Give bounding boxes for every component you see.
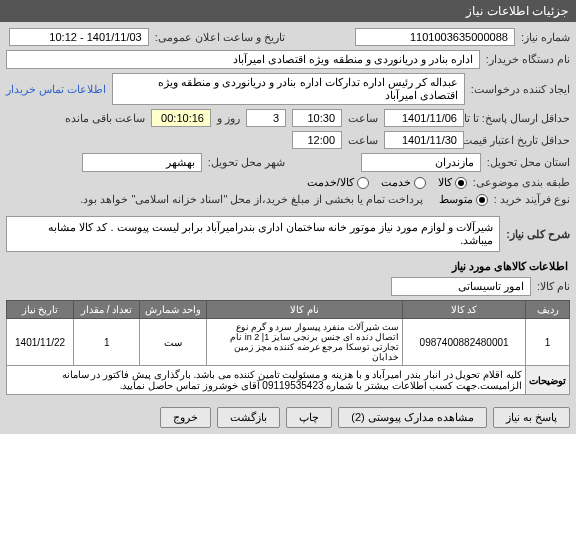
- need-number-label: شماره نیاز:: [521, 31, 570, 44]
- days-label: روز و: [217, 112, 240, 125]
- radio-goods[interactable]: کالا: [438, 176, 467, 189]
- desc-label: توضیحات: [526, 366, 570, 395]
- goods-info-title: اطلاعات کالاهای مورد نیاز: [6, 256, 570, 277]
- cell-code: 0987400882480001: [403, 319, 526, 366]
- response-date: 1401/11/06: [384, 109, 464, 127]
- back-button[interactable]: بازگشت: [217, 407, 280, 428]
- radio-icon: [414, 177, 426, 189]
- th-row: ردیف: [526, 301, 570, 319]
- city-label: شهر محل تحویل:: [208, 156, 285, 169]
- purchase-note: پرداخت تمام یا بخشی از مبلغ خرید،از محل …: [80, 193, 423, 206]
- classification-label: طبقه بندی موضوعی:: [473, 176, 570, 189]
- table-header-row: ردیف کد کالا نام کالا واحد شمارش تعداد /…: [7, 301, 570, 319]
- cell-unit: ست: [140, 319, 207, 366]
- exit-button[interactable]: خروج: [160, 407, 211, 428]
- radio-goods-service[interactable]: کالا/خدمت: [307, 176, 369, 189]
- public-announce-value: 1401/11/03 - 10:12: [9, 28, 149, 46]
- validity-time-label: ساعت: [348, 134, 378, 147]
- cell-name: ست شیرآلات منفرد پیسوار سرد و گرم نوع ات…: [206, 319, 402, 366]
- button-bar: پاسخ به نیاز مشاهده مدارک پیوستی (2) چاپ…: [0, 401, 576, 434]
- print-button[interactable]: چاپ: [286, 407, 332, 428]
- province-label: استان محل تحویل:: [487, 156, 570, 169]
- requester-value: عبداله کر رئیس اداره تدارکات اداره بنادر…: [112, 73, 465, 105]
- response-time-label: ساعت: [348, 112, 378, 125]
- cell-row: 1: [526, 319, 570, 366]
- public-announce-label: تاریخ و ساعت اعلان عمومی:: [155, 31, 285, 44]
- buyer-contact-link[interactable]: اطلاعات تماس خریدار: [6, 83, 106, 96]
- response-time: 10:30: [292, 109, 342, 127]
- th-qty: تعداد / مقدار: [74, 301, 140, 319]
- response-deadline-label: حداقل ارسال پاسخ: تا تاریخ:: [470, 112, 570, 125]
- days-value: 3: [246, 109, 286, 127]
- goods-name-value: امور تاسیساتی: [391, 277, 531, 296]
- radio-icon: [476, 194, 488, 206]
- form-content: شماره نیاز: 1101003635000088 تاریخ و ساع…: [0, 22, 576, 401]
- requester-label: ایجاد کننده درخواست:: [471, 83, 570, 96]
- radio-icon: [455, 177, 467, 189]
- cell-qty: 1: [74, 319, 140, 366]
- city-value: بهشهر: [82, 153, 202, 172]
- remaining-time: 00:10:16: [151, 109, 211, 127]
- purchase-type-radios: متوسط: [439, 193, 488, 206]
- header-title: جزئیات اطلاعات نیاز: [466, 4, 568, 18]
- th-unit: واحد شمارش: [140, 301, 207, 319]
- province-value: مازندران: [361, 153, 481, 172]
- desc-value: کلیه اقلام تحویل در انبار بندر امیرآباد …: [7, 366, 526, 395]
- general-desc-label: شرح کلی نیاز:: [506, 228, 570, 241]
- validity-label: حداقل تاریخ اعتبار قیمت: تا تاریخ:: [470, 134, 570, 147]
- table-desc-row: توضیحات کلیه اقلام تحویل در انبار بندر ا…: [7, 366, 570, 395]
- radio-service[interactable]: خدمت: [381, 176, 426, 189]
- table-row[interactable]: 1 0987400882480001 ست شیرآلات منفرد پیسو…: [7, 319, 570, 366]
- cell-need-date: 1401/11/22: [7, 319, 74, 366]
- respond-button[interactable]: پاسخ به نیاز: [493, 407, 570, 428]
- header-bar: جزئیات اطلاعات نیاز: [0, 0, 576, 22]
- general-desc-value: شیرآلات و لوازم مورد نیاز موتور خانه ساخ…: [6, 216, 500, 252]
- th-name: نام کالا: [206, 301, 402, 319]
- buyer-org-value: اداره بنادر و دریانوردی و منطقه ویژه اقت…: [6, 50, 480, 69]
- purchase-type-label: نوع فرآیند خرید :: [494, 193, 570, 206]
- radio-icon: [357, 177, 369, 189]
- classification-radios: کالا خدمت کالا/خدمت: [307, 176, 467, 189]
- need-number-value: 1101003635000088: [355, 28, 515, 46]
- th-code: کد کالا: [403, 301, 526, 319]
- validity-time: 12:00: [292, 131, 342, 149]
- goods-table: ردیف کد کالا نام کالا واحد شمارش تعداد /…: [6, 300, 570, 395]
- radio-medium[interactable]: متوسط: [439, 193, 488, 206]
- th-need-date: تاریخ نیاز: [7, 301, 74, 319]
- buyer-org-label: نام دستگاه خریدار:: [486, 53, 570, 66]
- goods-name-label: نام کالا:: [537, 280, 570, 293]
- validity-date: 1401/11/30: [384, 131, 464, 149]
- remaining-label: ساعت باقی مانده: [65, 112, 145, 125]
- view-docs-button[interactable]: مشاهده مدارک پیوستی (2): [338, 407, 487, 428]
